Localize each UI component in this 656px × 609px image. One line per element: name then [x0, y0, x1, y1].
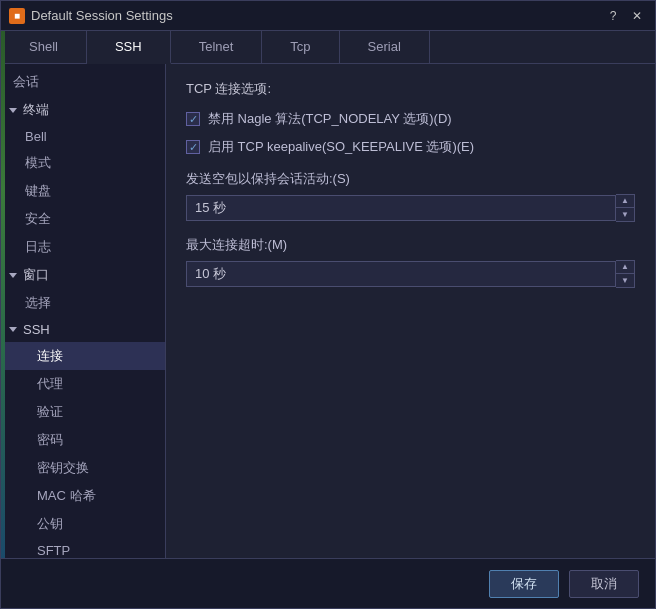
checkbox-row-1: 禁用 Nagle 算法(TCP_NODELAY 选项)(D) — [186, 110, 635, 128]
sidebar: 会话 终端 Bell 模式 键盘 安全 日志 窗口 选择 SSH 连接 代理 验… — [1, 64, 166, 558]
checkbox-nagle[interactable] — [186, 112, 200, 126]
tab-shell[interactable]: Shell — [1, 31, 87, 63]
titlebar-controls: ? ✕ — [603, 6, 647, 26]
checkbox-nagle-label: 禁用 Nagle 算法(TCP_NODELAY 选项)(D) — [208, 110, 452, 128]
keepalive-spinbox-row: ▲ ▼ — [186, 194, 635, 222]
sidebar-item-proxy[interactable]: 代理 — [1, 370, 165, 398]
close-button[interactable]: ✕ — [627, 6, 647, 26]
sidebar-item-pubkey[interactable]: 公钥 — [1, 510, 165, 538]
sidebar-item-password[interactable]: 密码 — [1, 426, 165, 454]
sidebar-item-kex[interactable]: 密钥交换 — [1, 454, 165, 482]
main-window: ■ Default Session Settings ? ✕ Shell SSH… — [0, 0, 656, 609]
timeout-input[interactable] — [186, 261, 616, 287]
keepalive-spin-buttons: ▲ ▼ — [616, 194, 635, 222]
sidebar-item-connection[interactable]: 连接 — [1, 342, 165, 370]
timeout-spin-down[interactable]: ▼ — [616, 274, 634, 287]
keepalive-spin-up[interactable]: ▲ — [616, 195, 634, 208]
cancel-button[interactable]: 取消 — [569, 570, 639, 598]
sidebar-item-ssh[interactable]: SSH — [1, 317, 165, 342]
checkbox-keepalive-label: 启用 TCP keepalive(SO_KEEPALIVE 选项)(E) — [208, 138, 474, 156]
save-button[interactable]: 保存 — [489, 570, 559, 598]
titlebar: ■ Default Session Settings ? ✕ — [1, 1, 655, 31]
timeout-spin-up[interactable]: ▲ — [616, 261, 634, 274]
window-title: Default Session Settings — [31, 8, 603, 23]
checkbox-keepalive[interactable] — [186, 140, 200, 154]
tab-serial[interactable]: Serial — [340, 31, 430, 63]
triangle-icon — [9, 273, 17, 278]
help-button[interactable]: ? — [603, 6, 623, 26]
bottom-bar: 保存 取消 — [1, 558, 655, 608]
keepalive-field-label: 发送空包以保持会话活动:(S) — [186, 170, 635, 188]
timeout-spinbox-row: ▲ ▼ — [186, 260, 635, 288]
checkbox-row-2: 启用 TCP keepalive(SO_KEEPALIVE 选项)(E) — [186, 138, 635, 156]
main-panel: TCP 连接选项: 禁用 Nagle 算法(TCP_NODELAY 选项)(D)… — [166, 64, 655, 558]
app-icon: ■ — [9, 8, 25, 24]
sidebar-item-window[interactable]: 窗口 — [1, 261, 165, 289]
tab-bar: Shell SSH Telnet Tcp Serial — [1, 31, 655, 64]
sidebar-item-select[interactable]: 选择 — [1, 289, 165, 317]
sidebar-item-keyboard[interactable]: 键盘 — [1, 177, 165, 205]
timeout-field-label: 最大连接超时:(M) — [186, 236, 635, 254]
tcp-options-title: TCP 连接选项: — [186, 80, 635, 98]
triangle-icon — [9, 327, 17, 332]
sidebar-item-mac[interactable]: MAC 哈希 — [1, 482, 165, 510]
keepalive-spin-down[interactable]: ▼ — [616, 208, 634, 221]
sidebar-item-terminal[interactable]: 终端 — [1, 96, 165, 124]
sidebar-item-mode[interactable]: 模式 — [1, 149, 165, 177]
sidebar-item-sftp[interactable]: SFTP — [1, 538, 165, 558]
tab-tcp[interactable]: Tcp — [262, 31, 339, 63]
sidebar-item-bell[interactable]: Bell — [1, 124, 165, 149]
sidebar-item-session[interactable]: 会话 — [1, 68, 165, 96]
tab-ssh[interactable]: SSH — [87, 31, 171, 64]
sidebar-item-log[interactable]: 日志 — [1, 233, 165, 261]
tab-telnet[interactable]: Telnet — [171, 31, 263, 63]
keepalive-input[interactable] — [186, 195, 616, 221]
left-accent-decoration — [1, 31, 5, 558]
sidebar-item-security[interactable]: 安全 — [1, 205, 165, 233]
content-area: 会话 终端 Bell 模式 键盘 安全 日志 窗口 选择 SSH 连接 代理 验… — [1, 64, 655, 558]
triangle-icon — [9, 108, 17, 113]
sidebar-item-auth[interactable]: 验证 — [1, 398, 165, 426]
timeout-spin-buttons: ▲ ▼ — [616, 260, 635, 288]
